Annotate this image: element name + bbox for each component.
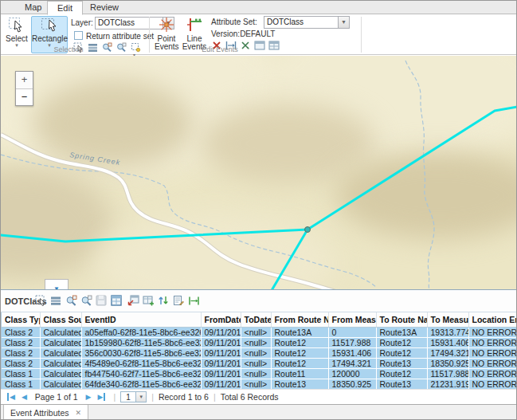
cell[interactable]: 64fde340-62f8-11e5-8bc6-ee32641d5ec9 [81, 379, 201, 389]
col-to-route-name[interactable]: To Route Name [376, 312, 427, 327]
table-row[interactable]: Class 2Calculated356c0030-62f8-11e5-8bc6… [2, 347, 517, 358]
last-page-button[interactable]: ▶ [97, 393, 105, 401]
zoom-in-button[interactable]: + [16, 72, 33, 88]
cell[interactable]: 0 [328, 327, 376, 337]
cell[interactable]: Route13 [376, 358, 427, 368]
cell[interactable]: NO ERROR [468, 358, 517, 368]
cell[interactable]: Route13 [271, 379, 328, 389]
table-row[interactable]: Class 2Calculated4f5489e0-62f8-11e5-8bc6… [2, 358, 517, 368]
cell[interactable]: 11517.988 [328, 337, 376, 347]
cell[interactable]: Calculated [40, 337, 81, 347]
col-class-type[interactable]: Class Type [2, 312, 40, 327]
export-records-icon[interactable] [127, 294, 139, 307]
cell[interactable]: 17494.321 [328, 358, 376, 368]
cell[interactable]: Route12 [376, 337, 427, 347]
tab-review[interactable]: Review [80, 1, 128, 14]
map-viewport[interactable]: Spring Creek + − ▼ [1, 56, 517, 289]
route-west-segment[interactable] [1, 230, 307, 241]
cell[interactable]: Route13A [271, 327, 328, 337]
flash-selection-icon[interactable]: ▾ [130, 41, 142, 53]
cell[interactable]: 09/11/2015 [201, 358, 241, 368]
zoom-out-button[interactable]: − [16, 88, 33, 105]
cell[interactable]: Route13 [376, 379, 427, 389]
cell[interactable]: Route13A [376, 327, 427, 337]
first-page-button[interactable]: ◀ [7, 393, 15, 401]
edit-form-icon[interactable] [172, 294, 185, 307]
page-number-dropdown-icon[interactable]: ▼ [136, 391, 147, 402]
pan-to-selected-icon[interactable] [80, 294, 92, 307]
cell[interactable]: Route11 [271, 368, 328, 379]
cell[interactable]: 356c0030-62f8-11e5-8bc6-ee32641d5ec9 [81, 347, 201, 358]
cell[interactable]: NO ERROR [468, 337, 517, 347]
cell[interactable]: 21231.919 [427, 379, 468, 389]
cell[interactable]: <null> [241, 368, 271, 379]
return-attribute-set-checkbox[interactable] [74, 31, 83, 40]
close-tab-icon[interactable]: ✕ [76, 409, 82, 417]
cell[interactable]: 09/11/2015 [201, 379, 241, 389]
col-from-route-name[interactable]: From Route Name [271, 312, 328, 327]
col-from-measure[interactable]: From Measure [328, 312, 376, 327]
tab-event-attributes[interactable]: Event Attributes ✕ [3, 405, 88, 420]
cell[interactable]: 1b159980-62f8-11e5-8bc6-ee32641d5ec9 [81, 337, 201, 347]
sort-records-icon[interactable] [157, 294, 170, 307]
cell[interactable]: Calculated [40, 368, 81, 379]
cell[interactable]: Class 2 [2, 347, 40, 358]
cell[interactable]: <null> [241, 327, 271, 337]
attribute-set-combobox[interactable]: DOTClass ▼ [264, 16, 350, 29]
cell[interactable]: 09/11/2015 [201, 347, 241, 358]
cell[interactable]: 15931.406 [427, 337, 468, 347]
cell[interactable]: 09/11/2015 [201, 368, 241, 379]
cell[interactable]: Route12 [376, 368, 427, 379]
cell[interactable]: 120000 [328, 368, 376, 379]
attribute-set-combobox-arrow-icon[interactable]: ▼ [338, 17, 349, 28]
cell[interactable]: 17494.321 [427, 347, 468, 358]
cell[interactable]: 4f5489e0-62f8-11e5-8bc6-ee32641d5ec9 [81, 358, 201, 368]
table-row[interactable]: Class 1Calculatedfb447540-62f7-11e5-8bc6… [2, 368, 517, 379]
route-northeast-segment[interactable] [307, 107, 517, 230]
cell[interactable]: a05effa0-62f8-11e5-8bc6-ee32641d5ec9 [81, 327, 201, 337]
measure-fields-icon[interactable] [187, 294, 200, 307]
append-records-icon[interactable] [142, 294, 155, 307]
cell[interactable]: Class 1 [2, 379, 40, 389]
cell[interactable]: 11517.988 [427, 368, 468, 379]
col-eventid[interactable]: EventID [81, 312, 201, 327]
cell[interactable]: Route12 [271, 358, 328, 368]
col-fromdate[interactable]: FromDate [201, 312, 241, 327]
save-edits-icon[interactable] [95, 294, 108, 307]
cell[interactable]: Class 2 [2, 358, 40, 368]
cell[interactable]: 18350.925 [328, 379, 376, 389]
cell[interactable]: Calculated [40, 358, 81, 368]
col-class-source[interactable]: Class Source [40, 312, 81, 327]
cell[interactable]: Calculated [40, 379, 81, 389]
cell[interactable]: 09/11/2015 [201, 327, 241, 337]
cell[interactable]: 15931.406 [328, 347, 376, 358]
cell[interactable]: <null> [241, 347, 271, 358]
select-rows-tool-icon[interactable] [34, 294, 47, 307]
cell[interactable]: <null> [241, 358, 271, 368]
show-all-records-icon[interactable] [49, 294, 62, 307]
cell[interactable]: Route12 [376, 347, 427, 358]
previous-page-button[interactable]: ◀ [22, 393, 27, 401]
route-junction-vertex[interactable] [305, 227, 311, 233]
panel-collapse-button[interactable]: ▼ [45, 279, 69, 289]
table-row[interactable]: Class 2Calculateda05effa0-62f8-11e5-8bc6… [2, 327, 517, 337]
col-location-error[interactable]: Location Error [468, 312, 517, 327]
cell[interactable]: Route12 [271, 337, 328, 347]
table-row[interactable]: Class 1Calculated64fde340-62f8-11e5-8bc6… [2, 379, 517, 389]
cell[interactable]: <null> [241, 379, 271, 389]
tab-map[interactable]: Map [15, 1, 51, 14]
attribute-window-icon[interactable] [110, 294, 123, 307]
cell[interactable]: Calculated [40, 327, 81, 337]
next-page-button[interactable]: ▶ [86, 393, 92, 401]
col-to-measure[interactable]: To Measure [427, 312, 468, 327]
cell[interactable]: Calculated [40, 347, 81, 358]
cell[interactable]: 19313.774 [427, 327, 468, 337]
tab-edit[interactable]: Edit [47, 1, 83, 15]
cell[interactable]: Class 2 [2, 337, 40, 347]
table-row[interactable]: Class 2Calculated1b159980-62f8-11e5-8bc6… [2, 337, 517, 347]
zoom-to-selected-icon[interactable] [65, 294, 77, 307]
cell[interactable]: Class 2 [2, 327, 40, 337]
cell[interactable]: 18350.925 [427, 358, 468, 368]
page-number-input[interactable]: 1 [120, 391, 136, 402]
cell[interactable]: fb447540-62f7-11e5-8bc6-ee32641d5ec9 [81, 368, 201, 379]
